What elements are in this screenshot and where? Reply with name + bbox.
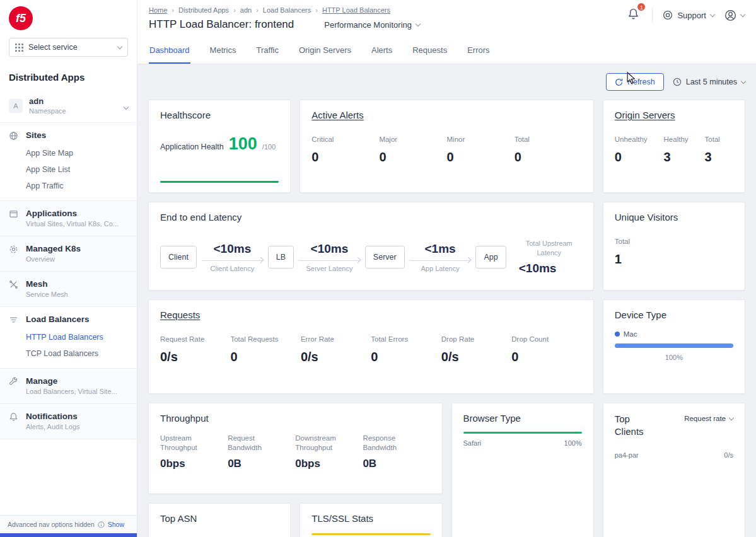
sidebar-item-tcp-load-balancers[interactable]: TCP Load Balancers	[0, 345, 137, 362]
sidebar-item-sublabel: Virtual Sites, Virtual K8s, Co...	[26, 220, 119, 228]
sidebar-section-notifications: Notifications Alerts, Audit Logs	[0, 404, 137, 439]
throughput-card: Throughput Upstream Throughput 0bps Requ…	[148, 403, 443, 494]
tab-origin-servers[interactable]: Origin Servers	[298, 38, 352, 64]
stat-label: Error Rate	[301, 335, 371, 343]
performance-monitoring-label: Performance Monitoring	[324, 20, 412, 30]
breadcrumb-adn[interactable]: adn	[240, 6, 252, 14]
support-label: Support	[677, 11, 706, 20]
sidebar-heading: Distributed Apps	[0, 66, 137, 90]
sidebar-item-applications[interactable]: Applications Virtual Sites, Virtual K8s,…	[0, 207, 137, 229]
support-dropdown[interactable]: Support	[663, 10, 714, 20]
sidebar-item-app-site-map[interactable]: App Site Map	[0, 145, 137, 161]
stat-minor: Minor 0	[447, 136, 515, 165]
managed-k8s-icon	[9, 245, 19, 257]
namespace-type: Namespace	[29, 107, 66, 115]
top-clients-metric-dropdown[interactable]: Request rate	[684, 415, 733, 422]
active-alerts-link[interactable]: Active Alerts	[311, 110, 582, 120]
unique-visitors-value: 1	[615, 252, 733, 267]
sidebar-section-load-balancers: Load Balancers HTTP Load Balancers TCP L…	[0, 307, 137, 369]
tab-traffic[interactable]: Traffic	[256, 38, 279, 64]
requests-link[interactable]: Requests	[160, 309, 582, 320]
breadcrumb-http-load-balancers[interactable]: HTTP Load Balancers	[322, 6, 390, 14]
sidebar-item-http-load-balancers[interactable]: HTTP Load Balancers	[0, 329, 137, 345]
sidebar-item-sites[interactable]: Sites	[0, 129, 137, 145]
sidebar-item-sublabel: Load Balancers, Virtual Site...	[26, 388, 117, 395]
chevron-down-icon	[740, 11, 745, 16]
throughput-stats: Upstream Throughput 0bps Request Bandwid…	[160, 434, 431, 470]
sidebar-item-mesh[interactable]: Mesh Service Mesh	[0, 277, 137, 300]
latency-value: <1ms	[409, 242, 472, 256]
performance-monitoring-dropdown[interactable]: Performance Monitoring	[324, 20, 420, 30]
tab-metrics[interactable]: Metrics	[209, 38, 237, 64]
latency-node-client: Client	[160, 246, 197, 268]
stat-label: Request Bandwidth	[228, 434, 289, 453]
browser-percent: 100%	[564, 439, 582, 447]
device-type-legend: Mac	[615, 330, 733, 338]
tab-requests[interactable]: Requests	[412, 38, 448, 64]
breadcrumb-separator: ›	[233, 6, 236, 14]
latency-value: <10ms	[298, 242, 361, 256]
sites-icon	[9, 131, 19, 143]
show-nav-options-link[interactable]: Show	[108, 521, 124, 528]
breadcrumb-distributed-apps[interactable]: Distributed Apps	[178, 6, 229, 14]
sidebar-item-label: Sites	[26, 130, 46, 140]
top-bar: Home › Distributed Apps › adn › Load Bal…	[137, 0, 756, 38]
stat-label: Total Errors	[371, 335, 441, 343]
origin-servers-stats: Unhealthy 0 Healthy 3 Total 3	[615, 136, 733, 165]
device-type-card: Device Type Mac 100%	[603, 299, 745, 394]
f5-logo[interactable]: f5	[9, 6, 33, 30]
stat-label: Response Bandwidth	[363, 434, 424, 453]
sidebar-item-manage[interactable]: Manage Load Balancers, Virtual Site...	[0, 374, 137, 397]
toolbar: Refresh Last 5 minutes	[148, 73, 745, 91]
breadcrumb-load-balancers[interactable]: Load Balancers	[263, 6, 311, 14]
tab-errors[interactable]: Errors	[467, 38, 490, 64]
origin-servers-card: Origin Servers Unhealthy 0 Healthy 3 Tot…	[603, 100, 745, 193]
refresh-button[interactable]: Refresh	[606, 73, 664, 91]
time-range-dropdown[interactable]: Last 5 minutes	[673, 78, 745, 86]
sidebar-item-notifications[interactable]: Notifications Alerts, Audit Logs	[0, 410, 137, 432]
total-latency-value: <10ms	[519, 262, 579, 275]
stat-value: 0	[447, 150, 515, 165]
namespace-selector[interactable]: A adn Namespace	[0, 90, 137, 123]
arrow-connector	[299, 260, 360, 261]
sidebar-footer-text: Advanced nav options hidden	[8, 521, 95, 528]
time-range-label: Last 5 minutes	[686, 78, 737, 86]
stat-value: 0	[230, 350, 300, 364]
service-selector[interactable]: Select service	[9, 38, 128, 57]
requests-stats: Request Rate 0/s Total Requests 0 Error …	[160, 335, 582, 364]
stat-value: 0	[379, 150, 446, 165]
sidebar-section-mesh: Mesh Service Mesh	[0, 272, 137, 307]
stat-label: Major	[379, 136, 446, 143]
account-icon	[724, 9, 736, 21]
tls-ssl-stats-card: TLS/SSL Stats	[299, 503, 442, 537]
stat-value: 3	[705, 150, 720, 165]
sidebar-item-app-site-list[interactable]: App Site List	[0, 161, 137, 178]
stat-healthy: Healthy 3	[664, 136, 689, 165]
stat-drop-count: Drop Count 0	[511, 335, 581, 364]
notification-badge: 1	[636, 2, 646, 12]
breadcrumb-separator: ›	[315, 6, 318, 14]
browser-type-bar	[463, 432, 582, 434]
tab-dashboard[interactable]: Dashboard	[149, 38, 190, 64]
sidebar-item-label: Applications	[26, 209, 119, 218]
chevron-down-icon	[117, 43, 122, 49]
stat-label: Upstream Throughput	[160, 434, 221, 453]
latency-card: End to end Latency Client <10ms Client L…	[148, 202, 594, 291]
tab-alerts[interactable]: Alerts	[371, 38, 393, 64]
sidebar-item-app-traffic[interactable]: App Traffic	[0, 178, 137, 194]
stat-request-rate: Request Rate 0/s	[160, 335, 230, 364]
breadcrumb-home[interactable]: Home	[149, 6, 167, 14]
sidebar-item-sublabel: Overview	[26, 255, 81, 263]
device-type-percent: 100%	[615, 354, 733, 361]
sidebar-bottom-bar	[0, 533, 137, 537]
notifications-bell-icon	[9, 412, 19, 424]
account-dropdown[interactable]	[724, 9, 745, 21]
origin-servers-link[interactable]: Origin Servers	[615, 110, 733, 120]
tls-stats-bar	[311, 533, 430, 535]
latency-value: <10ms	[201, 242, 264, 256]
sidebar-item-managed-k8s[interactable]: Managed K8s Overview	[0, 242, 137, 265]
stat-major: Major 0	[379, 136, 446, 165]
notifications-button[interactable]: 1	[625, 6, 642, 24]
sidebar-item-load-balancers[interactable]: Load Balancers	[0, 313, 137, 329]
latency-segment-client: <10ms Client Latency	[197, 242, 268, 272]
